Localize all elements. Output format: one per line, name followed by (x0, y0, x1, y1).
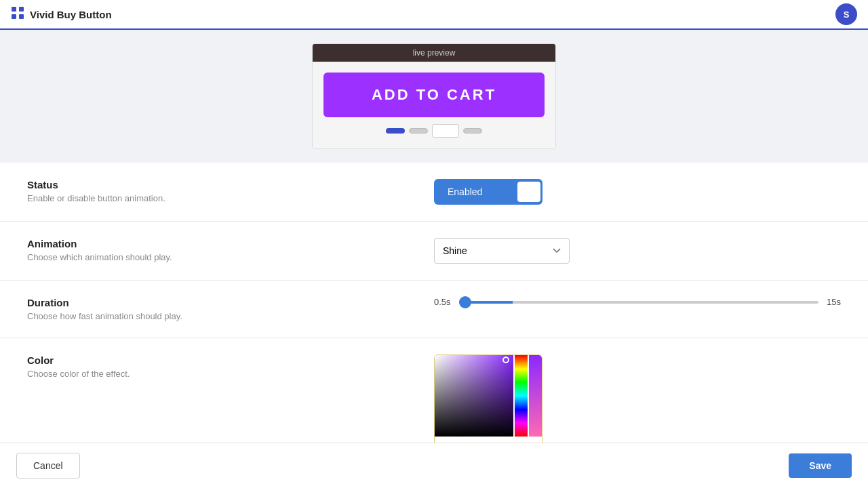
color-picker-alpha[interactable] (529, 355, 542, 436)
toggle-enabled-label: Enabled (448, 186, 482, 197)
preview-dot-inactive-1 (409, 128, 428, 134)
color-picker-row (435, 355, 542, 436)
color-desc: Choose color of the effect. (27, 369, 434, 379)
app-title: Vivid Buy Button (30, 9, 112, 20)
app-logo-icon (11, 6, 24, 23)
animation-label-col: Animation Choose which animation should … (27, 238, 434, 262)
animation-desc: Choose which animation should play. (27, 252, 434, 262)
status-toggle-container[interactable]: Enabled (434, 179, 542, 205)
preview-box: live preview ADD TO CART (312, 43, 556, 149)
slider-container: 0.5s 15s (434, 297, 841, 307)
bottom-bar: Cancel Save (0, 443, 868, 488)
slider-max-label: 15s (827, 297, 841, 307)
color-picker-body (435, 355, 542, 436)
status-label: Status (27, 179, 434, 190)
duration-slider[interactable] (459, 301, 818, 304)
animation-select[interactable]: ShinePulseBounceGlowNone (434, 238, 570, 264)
status-desc: Enable or disable button animation. (27, 193, 434, 203)
avatar[interactable]: S (835, 3, 857, 25)
add-to-cart-preview-button[interactable]: ADD TO CART (323, 73, 545, 117)
duration-label-col: Duration Choose how fast animation shoul… (27, 297, 434, 321)
svg-rect-1 (19, 7, 24, 12)
animation-label: Animation (27, 238, 434, 249)
toggle-thumb (517, 182, 540, 202)
preview-header-label: live preview (313, 44, 555, 62)
color-picker-hue[interactable] (515, 355, 528, 436)
color-picker-canvas[interactable] (435, 355, 513, 436)
color-label: Color (27, 354, 434, 366)
animation-row: Animation Choose which animation should … (0, 222, 868, 281)
duration-control-col: 0.5s 15s (434, 297, 841, 307)
svg-rect-2 (12, 14, 16, 19)
preview-controls (386, 124, 482, 138)
slider-min-label: 0.5s (434, 297, 451, 307)
status-toggle[interactable]: Enabled (434, 179, 542, 205)
preview-small-box (432, 124, 459, 138)
status-control-col: Enabled (434, 179, 841, 205)
preview-dot-inactive-2 (463, 128, 482, 134)
preview-container: live preview ADD TO CART (0, 30, 868, 149)
status-row: Status Enable or disable button animatio… (0, 163, 868, 222)
preview-content: ADD TO CART (313, 62, 555, 148)
svg-rect-3 (19, 14, 24, 19)
status-label-col: Status Enable or disable button animatio… (27, 179, 434, 203)
save-button[interactable]: Save (789, 453, 852, 478)
duration-desc: Choose how fast animation should play. (27, 311, 434, 321)
app-header: Vivid Buy Button S (0, 0, 868, 30)
duration-label: Duration (27, 297, 434, 308)
preview-dot-active (386, 128, 405, 134)
color-label-col: Color Choose color of the effect. (27, 354, 434, 379)
color-picker-thumb (502, 357, 509, 363)
svg-rect-0 (12, 7, 16, 12)
cancel-button[interactable]: Cancel (16, 453, 80, 479)
duration-row: Duration Choose how fast animation shoul… (0, 281, 868, 338)
header-left: Vivid Buy Button (11, 6, 112, 23)
settings-section: Status Enable or disable button animatio… (0, 163, 868, 475)
animation-control-col: ShinePulseBounceGlowNone (434, 238, 841, 264)
